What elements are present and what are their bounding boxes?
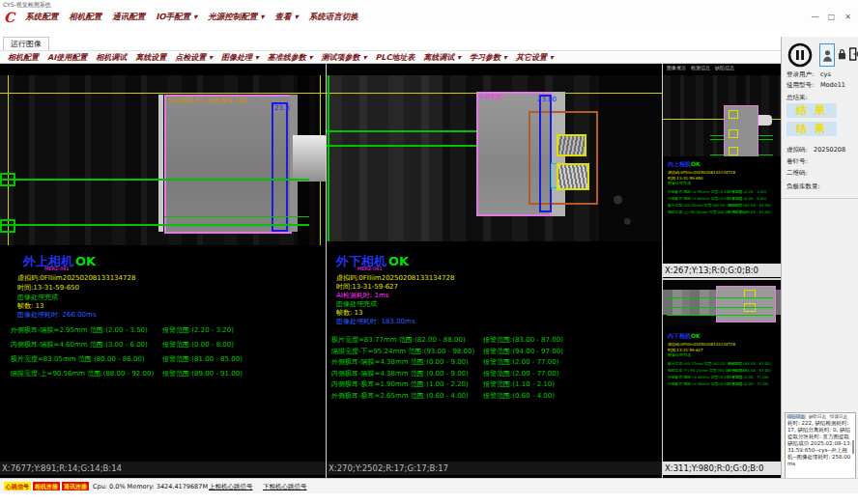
status-bar: 心跳信号 相机连接 通讯连接 Cpu: 0.0% Memory: 3424.41… [0, 478, 858, 493]
defect-box-yellow [729, 110, 738, 119]
alarm-range: 报警范围:(81.00 - 85.00) [162, 354, 243, 364]
capture-time: 时间:13-31-59-650 [17, 283, 79, 293]
camera-title: 内上相机OK [668, 160, 735, 169]
pixel-coordinate-readout: X:270;Y:2502;R:17;G:17;B:17 [327, 462, 662, 475]
exit-button[interactable] [848, 44, 858, 64]
thumbnail-image[interactable] [663, 282, 781, 326]
measurement-row: 内侧极耳-隔膜=4.60mm 范围:(3.00 - 6.00)报警范围:(0.0… [668, 196, 735, 203]
sidebar: 登录用户: cys 使用型号: Mode11 总结果: 结 果 结 果 虚拟码:… [781, 37, 858, 478]
lock-icon [837, 46, 847, 62]
menu-camera-config[interactable]: 相机配置 [69, 12, 101, 23]
minimize-button[interactable]: — [809, 12, 821, 22]
lock-button[interactable] [836, 44, 847, 64]
measure-box-blue [539, 95, 552, 212]
tab-run-image[interactable]: 运行图像 [3, 37, 49, 50]
log-box[interactable]: 运行日志 缺陷日志 错误日志 耗时: 222, 缺陷检测耗时: 17, 缺陷分离… [785, 412, 856, 482]
tool-learning-params[interactable]: 学习参数 ▾ [470, 52, 507, 63]
log-tab-run[interactable]: 运行日志 [786, 414, 806, 419]
tool-camera-debug[interactable]: 相机调试 [96, 52, 127, 63]
alarm-range: 报警范围:(2.20 - 3.20) [162, 325, 234, 335]
maximize-button[interactable]: □ [825, 12, 838, 22]
tool-ai-config[interactable]: AI使用配置 [47, 52, 87, 63]
tool-other-settings[interactable]: 其它设置 ▾ [516, 52, 554, 63]
heartbeat-status-badge: 心跳信号 [4, 482, 31, 490]
tool-offline-settings[interactable]: 离线设置 [135, 52, 166, 63]
thumbnail-tabs: 图像展示 检测信息 缺陷信息 [667, 65, 734, 70]
virtual-code: 虚拟码:0FIIiim20250208133134728 [17, 273, 135, 283]
measurement-row: 隔膜宽度-下=95.24mm 范围:(93.00 - 98.00)报警范围:(9… [331, 347, 660, 358]
pause-button[interactable] [787, 42, 813, 68]
scene-highlight [327, 75, 443, 241]
reference-line-green [667, 315, 773, 316]
camera-name: 内上相机 [668, 160, 691, 167]
defect-box-yellow [557, 134, 586, 156]
app-title: CYS-视觉检测系统 [3, 1, 51, 8]
menu-light-config[interactable]: 光源控制配置 ▾ [208, 12, 264, 23]
camera-panel-lower: AI检测框 23.80 外下相机OK MER2-041 虚拟码:0FIIiim2… [327, 64, 662, 478]
tool-baseline-params[interactable]: 基准线参数 ▾ [268, 52, 313, 63]
sidebar-divider [782, 198, 858, 199]
camera-image[interactable]: AI检测框 23.80 [327, 75, 662, 241]
tool-plc-address[interactable]: PLC地址表 [375, 52, 415, 63]
tool-camera-config[interactable]: 相机配置 [8, 52, 39, 63]
thumbnail-image[interactable] [663, 75, 781, 156]
user-login-button[interactable] [819, 43, 835, 67]
tool-spot-check[interactable]: 点检设置 ▾ [175, 52, 213, 63]
pixel-coordinate-readout: X:311;Y:980;R:0;G:0;B:0 [663, 462, 781, 475]
user-icon [822, 47, 833, 64]
thumbnail-divider [663, 278, 781, 280]
menu-view[interactable]: 查看 ▾ [275, 12, 299, 23]
film-edge [158, 95, 163, 232]
measurement-value: 隔膜宽度-上=90.56mm 范围:(88.00 - 92.00) [11, 369, 154, 378]
tool-image-process[interactable]: 图像处理 ▾ [221, 52, 259, 63]
tab-blob [758, 115, 772, 126]
menubar: C 系统配置 相机配置 通讯配置 IO手配置 ▾ 光源控制配置 ▾ 查看 ▾ 系… [0, 10, 858, 25]
thumbnail-info: 内下相机OK 虚拟码:0FIIiim20250208133134728 时间:1… [668, 332, 735, 388]
measurement-row: 极片宽度=83.05mm 范围:(80.00 - 86.00)报警范围:(81.… [11, 354, 320, 369]
total-result-label: 总结果: [786, 94, 808, 102]
menu-comm-config[interactable]: 通讯配置 [112, 12, 145, 23]
measurement-row: 隔膜宽度-上=90.56mm 范围:(88.00 - 92.00)报警范围:(8… [11, 369, 320, 383]
log-tabs: 运行日志 缺陷日志 错误日志 [786, 413, 855, 419]
camera-model: MER2-041 [44, 266, 69, 271]
reference-bracket-green [0, 173, 15, 186]
measurement-value: 内侧极耳-极耳=1.90mm 范围:(1.00 - 2.20) [331, 379, 469, 389]
tool-offline-debug[interactable]: 离线调试 ▾ [423, 52, 461, 63]
tool-test-params[interactable]: 测试项参数 ▾ [322, 52, 367, 63]
pause-icon [787, 42, 813, 68]
measurement-row: 极片宽度=83.77mm 范围:(82.00 - 88.00)报警范围:(83.… [331, 335, 660, 347]
camera-image[interactable]: 特征阈值:93, 动态阈值:100 23.88 [0, 75, 326, 245]
thumb-tab-detect[interactable]: 检测信息 [691, 65, 710, 70]
close-button[interactable]: ✕ [842, 12, 854, 22]
measurement-value: 外侧极耳-隔膜=4.38mm 范围:(0.00 - 9.00) [331, 357, 469, 367]
result-badge: 结 果 [786, 103, 837, 118]
measurement-row: 外侧极耳-隔膜=4.38mm 范围:(0.00 - 9.00)报警范围:(2.0… [331, 357, 660, 369]
measurement-value: 隔膜宽度-下=95.24mm 范围:(93.00 - 98.00) [331, 347, 474, 356]
log-tab-defect[interactable]: 缺陷日志 [808, 414, 827, 419]
measurement-value: 内侧极耳-隔膜=4.60mm 范围:(3.00 - 6.00) [11, 340, 148, 350]
upper-camera-heartbeat-link[interactable]: 上相机心跳信号 [209, 483, 253, 491]
camera-link-status-badge: 相机连接 [33, 482, 60, 490]
measurement-row: 内侧极耳-极耳=1.90mm 范围:(1.00 - 2.20)报警范围:(1.1… [331, 379, 660, 391]
lower-camera-heartbeat-link[interactable]: 下相机心跳信号 [263, 483, 307, 491]
camera-title: 内下相机OK [668, 332, 735, 341]
measurement-row: 极片宽度=83.05mm 范围:(80.00 - 86.00)报警范围:(81.… [668, 203, 735, 210]
menu-system-config[interactable]: 系统配置 [25, 12, 58, 23]
reference-line-green [0, 179, 309, 181]
measurement-row: 外侧极耳-隔膜=2.95mm 范围:(2.00 - 3.50)报警范围:(2.2… [11, 325, 320, 340]
camera-status: OK [691, 160, 701, 167]
menu-language-switch[interactable]: 系统语言切换 [309, 12, 358, 23]
thumb-tab-image[interactable]: 图像展示 [667, 65, 686, 70]
measurement-row: 外侧极耳-极耳=2.65mm 范围:(0.60 - 4.00)报警范围:(0.6… [331, 391, 660, 403]
pixel-coordinate-readout: X:7677;Y:891;R:14;G:14;B:14 [0, 462, 326, 475]
measure-box-blue [272, 102, 288, 232]
reference-line-green [328, 75, 329, 241]
log-scrollbar[interactable] [852, 440, 854, 454]
measurement-row: 内侧极耳-隔膜=4.38mm 范围:(0.00 - 9.00)报警范围:(2.0… [668, 381, 735, 388]
thumb-tab-defect[interactable]: 缺陷信息 [715, 65, 734, 70]
alarm-range: 报警范围:(89.00 - 91.00) [162, 369, 243, 378]
camera-status: OK [388, 254, 409, 268]
menu-io-config[interactable]: IO手配置 ▾ [156, 12, 197, 23]
measurement-row: 隔膜宽度-上=90.56mm 范围:(88.00 - 92.00)报警范围:(8… [668, 210, 735, 216]
log-tab-error[interactable]: 错误日志 [829, 414, 848, 419]
